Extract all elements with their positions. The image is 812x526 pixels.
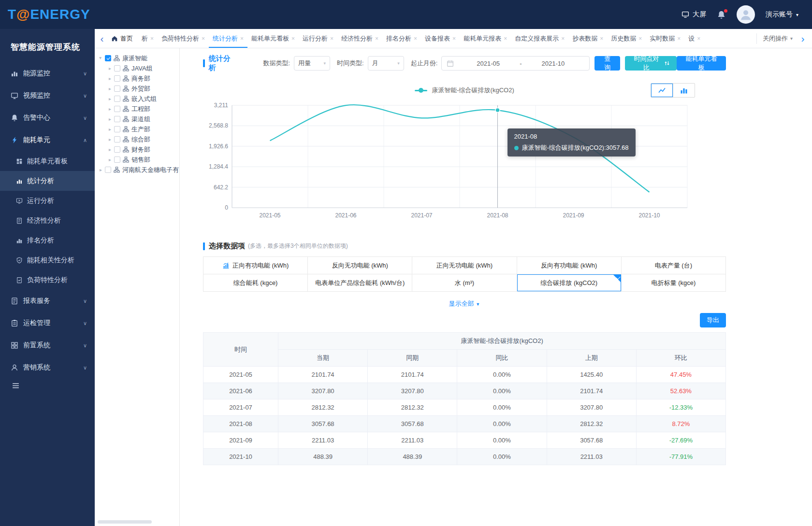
avatar[interactable] — [737, 5, 755, 24]
tab[interactable]: 能耗单元看板× — [247, 29, 299, 48]
tree-checkbox[interactable] — [105, 167, 111, 173]
tree-checkbox[interactable] — [114, 156, 120, 163]
tree-node[interactable]: ▸工程部 — [98, 104, 178, 114]
tab-close-icon[interactable]: × — [504, 35, 507, 42]
tree-checkbox[interactable] — [105, 55, 111, 61]
tab[interactable]: 经济性分析× — [337, 29, 382, 48]
tree-expand-caret-icon[interactable]: ▸ — [107, 96, 113, 101]
line-chart-toggle[interactable] — [651, 84, 673, 97]
tab[interactable]: 负荷特性分析× — [158, 29, 209, 48]
tab-close-icon[interactable]: × — [638, 35, 642, 42]
bar-chart-toggle[interactable] — [673, 84, 695, 97]
tab[interactable]: 实时数据× — [646, 29, 684, 48]
tab-close-icon[interactable]: × — [697, 35, 700, 42]
sidebar-subitem-ranking-bars[interactable]: 排名分析 — [0, 230, 95, 250]
account-menu[interactable]: 演示账号 ▾ — [766, 10, 798, 19]
tab-close-icon[interactable]: × — [452, 35, 456, 42]
data-item-cell[interactable]: 正向无功电能 (kWh) — [412, 257, 517, 274]
tab[interactable]: 抄表数据× — [568, 29, 607, 48]
tab-close-icon[interactable]: × — [677, 35, 681, 42]
tab[interactable]: 析× — [138, 29, 158, 48]
tree-node[interactable]: ▸财务部 — [98, 144, 178, 155]
sidebar-item-video-monitor[interactable]: 视频监控∨ — [0, 85, 95, 107]
big-screen-button[interactable]: 大屏 — [682, 10, 706, 19]
data-item-cell[interactable]: 电表单位产品综合能耗 (kWh/台) — [308, 274, 412, 292]
data-item-cell[interactable]: 水 (m³) — [412, 274, 517, 292]
tab-home[interactable]: 首页 — [106, 29, 138, 48]
data-item-cell[interactable]: 综合碳排放 (kgCO2) — [517, 274, 622, 292]
tab[interactable]: 设备报表× — [421, 29, 460, 48]
tree-checkbox[interactable] — [114, 65, 120, 71]
tree-node[interactable]: ▸渠道组 — [98, 114, 178, 124]
tab[interactable]: 历史数据× — [607, 29, 646, 48]
tabs-scroll-right-button[interactable]: › — [798, 30, 807, 47]
sidebar-item-alarm-bell[interactable]: 告警中心∨ — [0, 107, 95, 129]
tree-expand-caret-icon[interactable]: ▸ — [107, 127, 113, 132]
sidebar-item-ops-clipboard[interactable]: 运检管理∨ — [0, 312, 95, 334]
close-operations-button[interactable]: 关闭操作 ▾ — [756, 33, 798, 44]
sidebar-subitem-run-monitor[interactable]: 运行分析 — [0, 191, 95, 211]
sidebar-item-energy-bolt[interactable]: 能耗单元∧ — [0, 129, 95, 151]
tab-close-icon[interactable]: × — [414, 35, 417, 42]
notification-bell-button[interactable] — [717, 10, 726, 19]
tree-node[interactable]: ▸嵌入式组 — [98, 94, 178, 104]
data-item-cell[interactable]: 电折标量 (kgce) — [622, 274, 726, 292]
data-item-cell[interactable]: 反向有功电能 (kWh) — [517, 257, 622, 274]
tree-checkbox[interactable] — [114, 136, 120, 142]
query-button[interactable]: 查询 — [594, 56, 620, 71]
export-button[interactable]: 导出 — [700, 313, 726, 327]
tree-node[interactable]: ▸综合部 — [98, 134, 178, 144]
tab[interactable]: 能耗单元报表× — [460, 29, 511, 48]
data-item-cell[interactable]: 反向无功电能 (kWh) — [308, 257, 412, 274]
tree-checkbox[interactable] — [114, 116, 120, 122]
tree-expand-caret-icon[interactable]: ▸ — [107, 86, 113, 91]
tab[interactable]: 运行分析× — [299, 29, 337, 48]
tab-close-icon[interactable]: × — [150, 35, 154, 42]
collapse-menu-button[interactable] — [12, 382, 20, 390]
tree-node[interactable]: ▸河南航天金穗电子有 — [98, 165, 178, 175]
data-item-cell[interactable]: 正向有功电能 (kWh) — [203, 257, 308, 274]
sidebar-subitem-correlation-shield[interactable]: 能耗相关性分析 — [0, 250, 95, 270]
tree-node[interactable]: ▸JAVA组 — [98, 63, 178, 73]
tab-close-icon[interactable]: × — [600, 35, 603, 42]
tabs-scroll-left-button[interactable]: ‹ — [98, 30, 106, 47]
time-compare-button[interactable]: 时间点对比 — [625, 56, 677, 71]
tree-checkbox[interactable] — [114, 146, 120, 153]
tree-checkbox[interactable] — [114, 85, 120, 92]
tab[interactable]: 统计分析× — [209, 29, 247, 48]
tree-expand-caret-icon[interactable]: ▸ — [98, 167, 104, 172]
sidebar-subitem-stats-chart[interactable]: 统计分析 — [0, 171, 95, 191]
tab-close-icon[interactable]: × — [291, 35, 295, 42]
month-range-picker[interactable]: 2021-05 - 2021-10 — [441, 56, 590, 71]
tree-expand-caret-icon[interactable]: ▸ — [107, 106, 113, 112]
tab[interactable]: 排名分析× — [382, 29, 421, 48]
data-type-select[interactable]: 用量 ▾ — [294, 56, 330, 71]
data-item-cell[interactable]: 电表产量 (台) — [622, 257, 726, 274]
tree-expand-caret-icon[interactable]: ▸ — [98, 55, 103, 61]
tree-checkbox[interactable] — [114, 126, 120, 132]
tree-expand-caret-icon[interactable]: ▸ — [107, 66, 113, 71]
data-item-cell[interactable]: 综合能耗 (kgce) — [203, 274, 308, 292]
sidebar-subitem-economy-doc[interactable]: 经济性分析 — [0, 211, 95, 230]
tab-close-icon[interactable]: × — [375, 35, 378, 42]
sidebar-item-front-grid[interactable]: 前置系统∨ — [0, 334, 95, 356]
tree-expand-caret-icon[interactable]: ▸ — [107, 137, 113, 142]
tab[interactable]: 自定义报表展示× — [511, 29, 568, 48]
tab[interactable]: 设× — [684, 29, 704, 48]
tree-node[interactable]: ▸销售部 — [98, 155, 178, 165]
sidebar-item-energy-monitor[interactable]: 能源监控∨ — [0, 62, 95, 85]
energy-unit-kanban-button[interactable]: 能耗单元看板 — [677, 56, 726, 71]
tab-close-icon[interactable]: × — [561, 35, 565, 42]
tree-node[interactable]: ▸商务部 — [98, 73, 178, 84]
sidebar-item-marketing-user[interactable]: 营销系统∨ — [0, 356, 95, 379]
tree-node[interactable]: ▸生产部 — [98, 124, 178, 134]
tree-checkbox[interactable] — [114, 96, 120, 102]
tree-checkbox[interactable] — [114, 75, 120, 82]
show-all-link[interactable]: 显示全部 ▼ — [203, 299, 726, 308]
tab-close-icon[interactable]: × — [202, 35, 205, 42]
tab-close-icon[interactable]: × — [240, 35, 244, 42]
tree-expand-caret-icon[interactable]: ▸ — [107, 76, 113, 81]
sidebar-item-report-doc[interactable]: 报表服务∨ — [0, 290, 95, 312]
tree-checkbox[interactable] — [114, 106, 120, 112]
tree-expand-caret-icon[interactable]: ▸ — [107, 116, 113, 122]
